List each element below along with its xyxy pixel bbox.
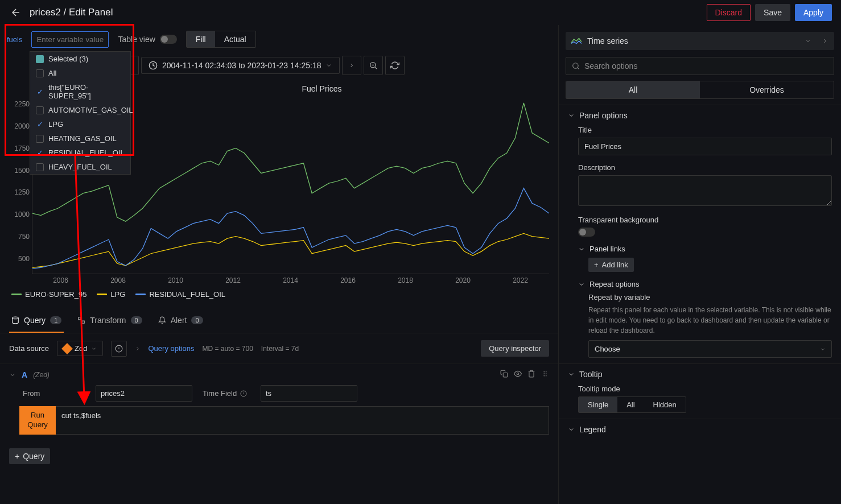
svg-point-5 [517,373,519,375]
database-icon [11,316,19,324]
time-series-icon [571,37,582,45]
dropdown-item[interactable]: ✓ LPG [30,117,130,131]
legend-item[interactable]: LPG [97,290,125,299]
datasource-picker[interactable]: Zed [57,341,102,356]
panel-description-input[interactable] [578,175,832,206]
query-options-link[interactable]: Query options [149,344,195,353]
tooltip-mode-label: Tooltip mode [578,385,832,393]
title-label: Title [578,126,832,134]
section-repeat-options[interactable]: Repeat options [578,280,832,288]
time-next-button[interactable] [342,56,361,75]
svg-rect-4 [503,373,508,377]
run-query-button[interactable]: Run Query [19,406,56,435]
chevron-down-icon [805,38,811,44]
checkbox-checked-icon: ✓ [36,88,44,96]
section-panel-links[interactable]: Panel links [578,245,832,253]
dropdown-selected-header[interactable]: Selected (3) [30,52,130,66]
toggle-query-visibility-icon[interactable] [514,370,522,379]
legend-item[interactable]: RESIDUAL_FUEL_OIL [135,290,225,299]
svg-point-13 [573,63,578,68]
chevron-down-icon [568,426,575,433]
timefield-input[interactable] [261,385,357,402]
chevron-down-icon [91,346,97,352]
fill-option[interactable]: Fill [187,31,215,47]
from-input[interactable] [96,385,192,402]
chart-y-axis: 2250 2000 1750 1500 1250 1000 750 500 [9,98,32,274]
refresh-button[interactable] [385,56,405,75]
dropdown-item[interactable]: ✓ this["EURO-SUPER_95"] [30,80,130,103]
checkbox-checked-icon: ✓ [36,149,44,157]
svg-point-2 [13,317,19,319]
checkbox-partial-icon [36,55,44,63]
info-icon [240,390,247,397]
chart-legend: EURO-SUPER_95 LPG RESIDUAL_FUEL_OIL [9,284,549,304]
transparent-toggle[interactable] [578,228,595,237]
query-text-input[interactable]: cut ts,$fuels [56,406,549,435]
tooltip-mode-single[interactable]: Single [579,397,617,412]
checkbox-icon [36,135,44,143]
chevron-down-icon[interactable] [9,371,16,378]
datasource-settings-button[interactable] [111,341,127,357]
chevron-down-icon [578,281,585,288]
chevron-right-icon [135,346,141,352]
query-ref-id[interactable]: A [22,370,27,379]
options-tabs: All Overrides [566,81,834,99]
save-button[interactable]: Save [755,4,790,21]
actual-option[interactable]: Actual [215,31,255,47]
fill-actual-switch: Fill Actual [186,31,256,48]
datasource-row: Data source Zed Query options MD = auto … [0,333,558,364]
options-tab-all[interactable]: All [566,81,700,98]
editor-tabs: Query 1 Transform 0 Alert 0 [0,309,558,333]
tooltip-mode-radio: Single All Hidden [578,396,686,413]
chevron-right-icon [822,38,828,44]
tab-query[interactable]: Query 1 [9,309,64,333]
clock-icon [149,61,158,70]
section-legend[interactable]: Legend [568,425,832,434]
options-search[interactable]: Search options [566,57,834,75]
duplicate-query-icon[interactable] [500,370,508,379]
query-options-interval: Interval = 7d [261,345,299,353]
variable-input[interactable] [31,31,109,48]
add-link-button[interactable]: + Add link [588,258,634,272]
section-tooltip[interactable]: Tooltip [568,370,832,379]
tooltip-mode-hidden[interactable]: Hidden [644,397,686,412]
zoom-out-button[interactable] [364,56,383,75]
svg-point-11 [546,375,547,377]
back-button[interactable] [9,6,23,19]
repeat-variable-select[interactable]: Choose [588,340,832,358]
chevron-down-icon [568,112,575,119]
dropdown-item-all[interactable]: All [30,66,130,80]
time-range-picker[interactable]: 2004-11-14 02:34:03 to 2023-01-23 14:25:… [141,57,340,74]
dropdown-item[interactable]: HEAVY_FUEL_OIL [30,160,130,174]
section-panel-options[interactable]: Panel options [568,111,832,120]
legend-item[interactable]: EURO-SUPER_95 [11,290,86,299]
page-title: prices2 / Edit Panel [30,7,113,18]
chevron-down-icon [568,371,575,378]
options-tab-overrides[interactable]: Overrides [700,81,834,98]
timefield-label: Time Field [203,389,237,398]
svg-point-9 [546,373,547,374]
apply-button[interactable]: Apply [795,4,832,21]
checkbox-checked-icon: ✓ [36,121,44,129]
tooltip-mode-all[interactable]: All [617,397,644,412]
header: prices2 / Edit Panel Discard Save Apply [0,0,841,25]
discard-button[interactable]: Discard [707,4,751,21]
tab-alert[interactable]: Alert 0 [156,309,205,333]
delete-query-icon[interactable] [527,370,535,379]
repeat-description: Repeat this panel for each value in the … [588,305,832,336]
dropdown-item[interactable]: ✓ RESIDUAL_FUEL_OIL [30,146,130,160]
table-view-toggle[interactable] [160,35,177,44]
add-query-button[interactable]: + Query [9,448,50,464]
tab-transform[interactable]: Transform 0 [75,309,144,333]
variable-label: fuels [7,35,22,44]
dropdown-item[interactable]: HEATING_GAS_OIL [30,131,130,146]
drag-query-icon[interactable] [541,370,549,379]
query-inspector-button[interactable]: Query inspector [481,340,549,357]
checkbox-icon [36,69,44,77]
svg-point-6 [543,371,545,373]
bell-icon [158,316,166,324]
visualization-picker[interactable]: Time series [566,32,834,50]
panel-title-input[interactable] [578,138,832,155]
dropdown-item[interactable]: AUTOMOTIVE_GAS_OIL [30,103,130,117]
transparent-label: Transparent background [578,216,832,224]
